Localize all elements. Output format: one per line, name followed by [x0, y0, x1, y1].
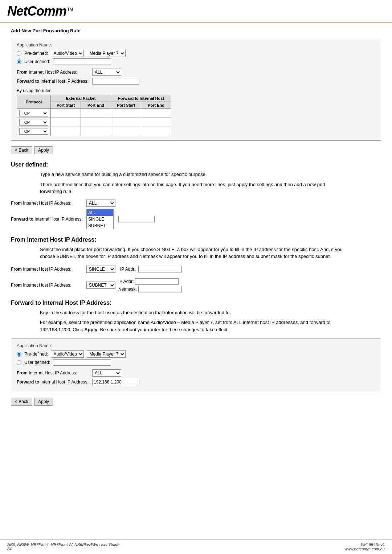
user-defined-row: User defined: — [17, 58, 375, 65]
table-row: TCP — [17, 118, 171, 127]
from-internet-heading: From Internet Host IP Address: — [11, 237, 381, 243]
button-row-2: < Back Apply — [11, 398, 381, 406]
logo-tm: TM — [67, 7, 73, 12]
final-form: Application Name: Pre-defined: Audio/Vid… — [11, 338, 381, 392]
footer-right: YML854Rev1 www.netcomm.com.au — [344, 542, 385, 551]
subnet-select[interactable]: SUBNET — [86, 282, 115, 289]
final-predefined-label: Pre-defined: — [24, 352, 48, 357]
table-row: TCP — [17, 109, 171, 118]
fwd-port-end-3[interactable] — [143, 128, 169, 134]
final-predefined-row: Pre-defined: Audio/Video Media Player 7 — [17, 350, 375, 358]
forward-ip-label: Forward to Internal Host IP Address: — [17, 79, 89, 84]
subnet-ip-input[interactable] — [135, 278, 179, 285]
final-from-ip-select[interactable]: ALL — [92, 369, 121, 377]
forward-ip-input-demo[interactable] — [118, 216, 155, 222]
forward-internal-heading: Forward to Internal Host IP Address: — [11, 300, 381, 306]
port-forwarding-form: Application Name: Pre-defined: Audio/Vid… — [11, 38, 381, 141]
final-category-select[interactable]: Audio/Video — [51, 350, 84, 358]
ext-port-end-2[interactable] — [83, 119, 109, 125]
final-forward-ip-row: Forward to Internal Host IP Address: 192… — [17, 379, 375, 385]
single-ip-label: From Internet Host IP Address: — [11, 267, 83, 272]
ext-port-start-3[interactable] — [53, 128, 78, 134]
user-defined-radio[interactable] — [17, 59, 21, 64]
logo-area: NetCommTM — [7, 4, 385, 22]
ext-port-end-1[interactable] — [83, 110, 109, 116]
subnet-ip-label: From Internet Host IP Address: — [11, 283, 83, 288]
ip-addr-label-subnet: IP Addr: — [118, 279, 134, 284]
single-ip-input[interactable] — [138, 266, 182, 272]
dropdown-all-option[interactable]: ALL — [87, 209, 114, 216]
final-forward-ip-label: Forward to Internal Host IP Address: — [17, 379, 89, 385]
protocol-cell: TCP — [17, 109, 51, 118]
apply-button-2[interactable]: Apply — [34, 398, 53, 406]
fwd-port-start-3[interactable] — [113, 128, 139, 134]
netmask-input[interactable] — [138, 286, 182, 292]
fwd-port-end-1[interactable] — [143, 110, 169, 116]
col-fwd-port-end: Port End — [141, 102, 171, 109]
app-select[interactable]: Media Player 7 — [87, 50, 126, 57]
col-external: External Packet — [51, 95, 111, 102]
from-ip-label: From Internet Host IP Address: — [17, 70, 89, 75]
final-user-defined-radio[interactable] — [17, 360, 21, 365]
user-defined-form-demo: From Internet Host IP Address: ALL Forwa… — [11, 200, 381, 229]
single-ip-row: From Internet Host IP Address: SINGLE IP… — [11, 266, 381, 273]
final-app-name-label: Application Name: — [17, 343, 375, 348]
logo: NetCommTM — [7, 4, 73, 19]
dropdown-subnet-option[interactable]: SUBNET — [87, 222, 114, 229]
footer-page: 84 — [7, 547, 12, 551]
footer: NB6, NB6W, NB6Plus4, NB6Plus4W, NB6Plus4… — [0, 539, 392, 554]
ext-port-end-3[interactable] — [83, 128, 109, 134]
dropdown-single-option[interactable]: SINGLE — [87, 216, 114, 222]
from-ip-label-demo: From Internet Host IP Address: — [11, 201, 83, 206]
subnet-inputs: IP Addr: Netmask: — [118, 278, 182, 292]
from-ip-select[interactable]: ALL — [92, 69, 121, 76]
dropdown-options-table: ALL SINGLE SUBNET — [86, 209, 114, 229]
predefined-label: Pre-defined: — [24, 51, 48, 56]
protocol-select[interactable]: TCP — [19, 110, 48, 116]
final-from-ip-label: From Internet Host IP Address: — [17, 370, 89, 376]
protocol-select[interactable]: TCP — [19, 128, 48, 135]
ext-port-start-2[interactable] — [53, 119, 78, 125]
final-user-defined-label: User defined: — [24, 360, 50, 365]
fwd-port-start-1[interactable] — [113, 110, 139, 116]
category-select[interactable]: Audio/Video — [51, 50, 84, 57]
dropdown-illustration: ALL SINGLE SUBNET — [86, 209, 114, 229]
final-predefined-radio[interactable] — [17, 352, 21, 357]
forward-internal-para2: For example, select the predefined appli… — [40, 319, 348, 333]
single-example-row: From Internet Host IP Address: SINGLE IP… — [11, 266, 381, 273]
col-protocol: Protocol — [17, 95, 51, 109]
predefined-row: Pre-defined: Audio/Video Media Player 7 — [17, 50, 375, 57]
final-user-defined-row: User defined: — [17, 359, 375, 366]
final-forward-ip-input[interactable]: 192.168.1.200 — [92, 379, 139, 385]
logo-text: NetComm — [7, 4, 66, 19]
single-select[interactable]: SINGLE — [86, 266, 115, 273]
app-name-label: Application Name: — [17, 42, 375, 48]
main-content: Add New Port Forwarding Rule Application… — [0, 22, 392, 539]
back-button-1[interactable]: < Back — [11, 146, 32, 154]
ext-port-start-1[interactable] — [53, 110, 78, 116]
fwd-port-start-2[interactable] — [113, 119, 139, 125]
protocol-select[interactable]: TCP — [19, 119, 48, 126]
rules-table-title: By using the rules: — [17, 88, 375, 93]
fwd-port-end-2[interactable] — [143, 119, 169, 125]
user-defined-heading: User defined: — [11, 161, 381, 168]
header: NetCommTM — [0, 0, 392, 22]
col-ext-port-end: Port End — [81, 102, 111, 109]
back-button-2[interactable]: < Back — [11, 398, 32, 406]
final-app-select[interactable]: Media Player 7 — [87, 350, 126, 358]
forward-ip-row-demo: Forward to Internal Host IP Address: ALL… — [11, 209, 381, 229]
forward-internal-para1: Key in the address for the host used as … — [40, 309, 348, 316]
forward-ip-input[interactable] — [92, 78, 139, 85]
protocol-cell: TCP — [17, 127, 51, 136]
apply-button-1[interactable]: Apply — [34, 146, 53, 154]
footer-guide: NB6, NB6W, NB6Plus4, NB6Plus4W, NB6Plus4… — [7, 542, 119, 547]
col-fwd-port-start: Port Start — [111, 102, 141, 109]
footer-website: www.netcomm.com.au — [344, 547, 385, 551]
table-row: TCP — [17, 127, 171, 136]
from-internet-para1: Select the initial place for port forwar… — [40, 246, 348, 260]
predefined-radio[interactable] — [17, 51, 21, 56]
user-defined-input[interactable] — [53, 58, 111, 65]
form-title: Add New Port Forwarding Rule — [11, 28, 381, 33]
final-user-defined-input[interactable] — [53, 359, 111, 366]
from-ip-select-demo[interactable]: ALL — [86, 200, 115, 207]
